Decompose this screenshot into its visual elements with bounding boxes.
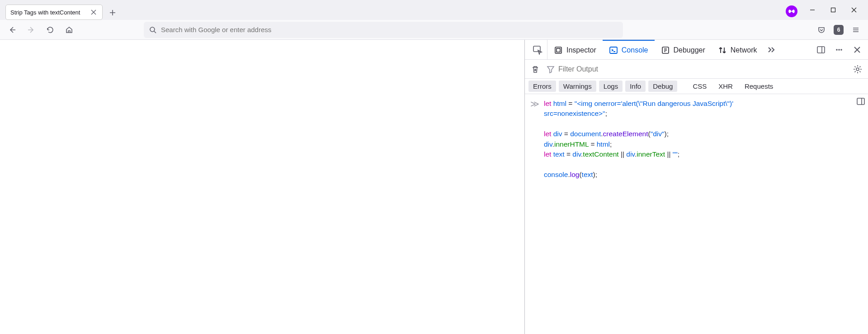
tab-title: Strip Tags with textContent bbox=[10, 9, 85, 16]
svg-rect-3 bbox=[555, 47, 561, 53]
infinity-icon bbox=[788, 7, 796, 15]
minimize-icon bbox=[810, 7, 815, 13]
close-icon bbox=[853, 46, 861, 54]
console-split-button[interactable] bbox=[856, 97, 865, 109]
tab-console-label: Console bbox=[622, 46, 648, 54]
nav-back-button[interactable] bbox=[5, 22, 20, 38]
pill-requests[interactable]: Requests bbox=[740, 81, 778, 92]
network-icon bbox=[718, 46, 727, 55]
devtools-tab-overflow[interactable] bbox=[763, 45, 779, 55]
trash-icon bbox=[531, 65, 540, 74]
element-picker-button[interactable] bbox=[528, 40, 547, 60]
svg-point-1 bbox=[150, 27, 155, 32]
debugger-icon bbox=[661, 46, 670, 55]
close-icon bbox=[91, 10, 96, 15]
arrow-left-icon bbox=[8, 26, 16, 34]
tab-network[interactable]: Network bbox=[712, 40, 764, 60]
window-controls bbox=[802, 3, 864, 17]
browser-navbar: 6 bbox=[0, 20, 868, 40]
browser-tab[interactable]: Strip Tags with textContent bbox=[5, 5, 103, 20]
chevrons-right-icon bbox=[766, 45, 776, 55]
window-close-button[interactable] bbox=[844, 3, 864, 17]
gear-icon bbox=[853, 64, 863, 74]
console-filter[interactable] bbox=[547, 65, 846, 73]
content-area: Inspector Console Debugger Network bbox=[0, 40, 868, 334]
pill-debug[interactable]: Debug bbox=[648, 81, 677, 92]
svg-point-10 bbox=[840, 49, 842, 51]
tab-inspector-label: Inspector bbox=[566, 46, 596, 54]
pill-css[interactable]: CSS bbox=[688, 81, 711, 92]
plus-icon bbox=[109, 10, 116, 16]
app-menu-button[interactable] bbox=[848, 22, 863, 38]
console-code[interactable]: let html = "<img onerror='alert(\"Run da… bbox=[544, 99, 736, 180]
svg-point-9 bbox=[838, 49, 840, 51]
console-output[interactable]: ≫ let html = "<img onerror='alert(\"Run … bbox=[525, 94, 868, 334]
home-icon bbox=[65, 26, 73, 34]
maximize-icon bbox=[830, 7, 836, 13]
console-clear-button[interactable] bbox=[528, 62, 542, 76]
search-icon bbox=[149, 26, 156, 33]
close-icon bbox=[851, 7, 857, 13]
inspector-icon bbox=[554, 46, 563, 55]
devtools-more-button[interactable] bbox=[831, 42, 847, 58]
browser-titlebar: Strip Tags with textContent bbox=[0, 0, 868, 20]
nav-home-button[interactable] bbox=[61, 22, 77, 38]
devtools-tabbar: Inspector Console Debugger Network bbox=[525, 40, 868, 60]
devtools-dock-button[interactable] bbox=[813, 42, 829, 58]
nav-forward-button bbox=[24, 22, 39, 38]
notifications-count[interactable]: 6 bbox=[834, 25, 844, 35]
console-filter-pills: Errors Warnings Logs Info Debug CSS XHR … bbox=[525, 79, 868, 94]
svg-rect-12 bbox=[857, 98, 864, 105]
devtools-close-button[interactable] bbox=[849, 42, 865, 58]
svg-rect-7 bbox=[817, 47, 825, 53]
address-input[interactable] bbox=[161, 26, 618, 33]
console-settings-button[interactable] bbox=[851, 62, 864, 76]
nav-reload-button[interactable] bbox=[42, 22, 58, 38]
reload-icon bbox=[46, 26, 54, 34]
page-viewport[interactable] bbox=[0, 40, 524, 334]
tab-close-button[interactable] bbox=[90, 8, 98, 16]
svg-rect-0 bbox=[831, 8, 835, 12]
arrow-right-icon bbox=[27, 26, 35, 34]
tab-inspector[interactable]: Inspector bbox=[547, 40, 603, 60]
sidebar-icon bbox=[856, 97, 865, 106]
pocket-button[interactable] bbox=[814, 22, 829, 38]
window-minimize-button[interactable] bbox=[802, 3, 823, 17]
console-filter-input[interactable] bbox=[558, 65, 846, 73]
tab-console[interactable]: Console bbox=[603, 40, 655, 60]
pill-info[interactable]: Info bbox=[625, 81, 646, 92]
pill-errors[interactable]: Errors bbox=[528, 81, 556, 92]
pocket-icon bbox=[817, 26, 826, 34]
console-icon bbox=[609, 46, 618, 55]
tab-debugger[interactable]: Debugger bbox=[655, 40, 712, 60]
address-bar[interactable] bbox=[144, 22, 623, 38]
hamburger-icon bbox=[852, 26, 860, 34]
prompt-chevrons-icon: ≫ bbox=[530, 100, 539, 108]
svg-point-11 bbox=[856, 68, 859, 71]
new-tab-button[interactable] bbox=[105, 5, 120, 20]
tab-network-label: Network bbox=[731, 46, 757, 54]
funnel-icon bbox=[547, 65, 555, 73]
window-maximize-button[interactable] bbox=[823, 3, 844, 17]
devtools-panel: Inspector Console Debugger Network bbox=[524, 40, 868, 334]
pill-warnings[interactable]: Warnings bbox=[559, 81, 596, 92]
svg-rect-4 bbox=[557, 48, 560, 52]
dock-right-icon bbox=[816, 45, 826, 54]
svg-point-8 bbox=[836, 49, 838, 51]
console-input-row[interactable]: ≫ let html = "<img onerror='alert(\"Run … bbox=[530, 99, 863, 180]
pill-logs[interactable]: Logs bbox=[599, 81, 623, 92]
account-badge[interactable] bbox=[786, 5, 797, 17]
dots-icon bbox=[835, 45, 844, 54]
console-toolbar bbox=[525, 60, 868, 79]
picker-icon bbox=[533, 45, 542, 55]
tab-debugger-label: Debugger bbox=[674, 46, 705, 54]
pill-xhr[interactable]: XHR bbox=[714, 81, 737, 92]
